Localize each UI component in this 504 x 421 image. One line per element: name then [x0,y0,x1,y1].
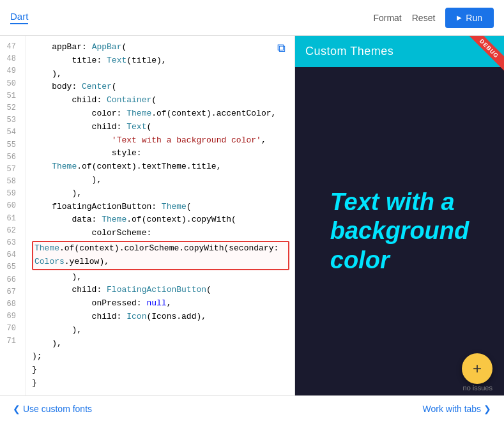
top-bar-right: Format Reset ▶ Run [373,8,494,28]
nav-prev-link[interactable]: ❮ Use custom fonts [13,404,92,414]
code-line: ), [32,271,289,284]
code-line: ); [32,350,289,364]
code-line: onPressed: null, [32,297,289,310]
debug-badge: DEBUG [468,36,504,70]
code-line: style: [32,147,289,160]
highlighted-code-block: Theme.of(context).colorScheme.copyWith(s… [32,241,289,270]
code-line: Theme.of(context).colorScheme.copyWith(s… [34,242,287,256]
main-content: 47 48 49 50 51 52 53 54 55 56 57 58 59 6… [0,36,504,395]
run-button[interactable]: ▶ Run [445,8,494,28]
code-line: ), [32,324,289,337]
code-line: floatingActionButton: Theme( [32,201,289,214]
nav-next-link[interactable]: Work with tabs ❯ [423,404,491,414]
editor-wrapper: 47 48 49 50 51 52 53 54 55 56 57 58 59 6… [0,36,294,395]
code-line: Colors.yellow), [34,256,287,269]
preview-app-bar-title: Custom Themes [305,45,393,57]
code-line: color: Theme.of(context).accentColor, [32,107,289,121]
code-line: child: Text( [32,121,289,134]
tab-dart[interactable]: Dart [10,11,28,24]
preview-text: Text with a background color [317,175,482,288]
code-line: data: Theme.of(context).copyWith( [32,213,289,227]
line-numbers: 47 48 49 50 51 52 53 54 55 56 57 58 59 6… [0,36,26,395]
fab-button[interactable]: + [462,353,493,384]
preview-text-line2: background [330,217,469,246]
code-lines: 47 48 49 50 51 52 53 54 55 56 57 58 59 6… [0,36,294,395]
code-line: } [32,364,289,377]
preview-text-line3: color [330,246,469,275]
code-line: child: Icon(Icons.add), [32,310,289,324]
format-button[interactable]: Format [373,13,401,23]
code-line: ), [32,187,289,201]
code-line: ), [32,68,289,81]
code-line: child: FloatingActionButton( [32,284,289,297]
code-line: child: Container( [32,94,289,107]
run-label: Run [466,13,482,23]
run-icon: ▶ [457,14,462,21]
editor-panel: 47 48 49 50 51 52 53 54 55 56 57 58 59 6… [0,36,295,395]
preview-text-line1: Text with a [330,188,469,217]
code-line: } [32,377,289,390]
debug-badge-wrapper: DEBUG [466,36,504,74]
preview-panel: DEBUG Custom Themes Text with a backgrou… [295,36,504,395]
code-area[interactable]: 47 48 49 50 51 52 53 54 55 56 57 58 59 6… [0,36,294,395]
no-issues-label: no issues [463,384,493,392]
code-line: Theme.of(context).textTheme.title, [32,160,289,174]
top-bar: Dart Format Reset ▶ Run [0,0,504,36]
code-content[interactable]: appBar: AppBar( title: Text(title), ), b… [26,36,294,395]
bottom-nav: ❮ Use custom fonts Work with tabs ❯ [0,395,504,421]
reset-button[interactable]: Reset [412,13,436,23]
preview-body: Text with a background color + no issues [295,67,504,395]
code-line: body: Center( [32,80,289,94]
copy-icon[interactable]: ⧉ [277,42,286,55]
code-line: ), [32,174,289,187]
code-line: appBar: AppBar( [32,41,289,54]
code-line: colorScheme: [32,227,289,240]
top-bar-left: Dart [10,11,28,24]
code-line: 'Text with a background color', [32,134,289,148]
code-line: title: Text(title), [32,54,289,68]
code-line: ), [32,337,289,351]
